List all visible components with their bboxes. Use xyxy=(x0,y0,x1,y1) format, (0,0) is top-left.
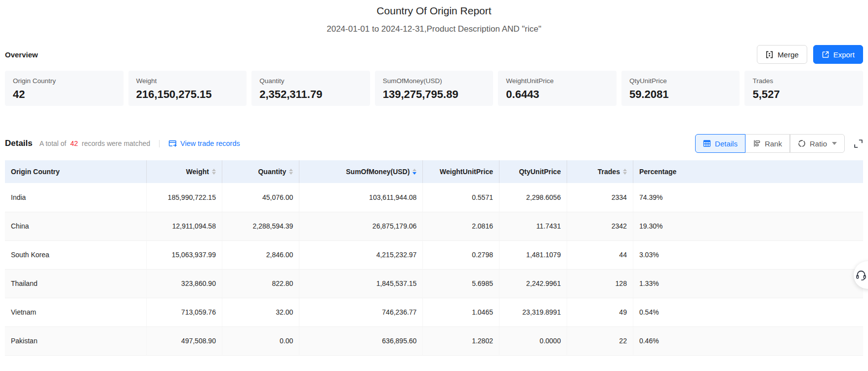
stat-card-value: 42 xyxy=(13,88,116,101)
table-body: India185,990,722.1545,076.00103,611,944.… xyxy=(5,183,863,355)
table-cell: 44 xyxy=(567,240,633,269)
table-cell: 0.2798 xyxy=(423,240,499,269)
table-cell: 0.00 xyxy=(222,326,299,355)
tab-rank[interactable]: Rank xyxy=(745,134,790,153)
sort-icon[interactable] xyxy=(212,169,216,175)
table-cell: 15,063,937.99 xyxy=(147,240,222,269)
stat-card-label: QtyUnitPrice xyxy=(629,77,732,85)
table-cell: 1.2802 xyxy=(423,326,499,355)
table-cell: 128 xyxy=(567,269,633,298)
table-cell: 2,288,594.39 xyxy=(222,212,299,240)
view-trade-records-label: View trade records xyxy=(180,139,240,147)
view-trade-records-link[interactable]: View trade records xyxy=(168,139,240,147)
table-cell: 2,242.9961 xyxy=(499,269,567,298)
trade-records-icon xyxy=(168,140,177,147)
fullscreen-button[interactable] xyxy=(854,139,863,148)
merge-button[interactable]: Merge xyxy=(757,45,807,64)
table-cell: 497,508.90 xyxy=(147,326,222,355)
match-prefix: A total of xyxy=(40,139,66,147)
table-cell: India xyxy=(5,183,147,212)
divider xyxy=(159,140,160,147)
tab-details-label: Details xyxy=(715,139,738,148)
table-cell: 1.0465 xyxy=(423,298,499,326)
match-summary: A total of 42 records were matched xyxy=(40,139,150,147)
tab-rank-label: Rank xyxy=(765,139,782,148)
overview-heading: Overview xyxy=(5,50,38,59)
table-cell: 32.00 xyxy=(222,298,299,326)
table-cell: 19.30% xyxy=(633,212,863,240)
table-cell: 1,845,537.15 xyxy=(299,269,423,298)
tab-ratio-label: Ratio xyxy=(810,139,827,148)
table-cell: South Korea xyxy=(5,240,147,269)
sort-icon-active-desc[interactable] xyxy=(413,169,416,175)
stat-card-weight-unit-price: WeightUnitPrice 0.6443 xyxy=(498,71,617,106)
stat-card-value: 139,275,795.89 xyxy=(383,88,486,101)
table-cell: Pakistan xyxy=(5,326,147,355)
table-cell: 26,875,179.06 xyxy=(299,212,423,240)
match-count: 42 xyxy=(70,139,78,147)
stat-card-origin-country: Origin Country 42 xyxy=(5,71,124,106)
stat-card-label: Weight xyxy=(136,77,239,85)
col-header-qty-unit-price: QtyUnitPrice xyxy=(499,160,567,183)
stat-card-label: Quantity xyxy=(259,77,362,85)
col-header-quantity[interactable]: Quantity xyxy=(222,160,299,183)
stat-card-value: 0.6443 xyxy=(506,88,609,101)
details-meta: Details A total of 42 records were match… xyxy=(5,139,240,148)
sort-icon[interactable] xyxy=(623,169,627,175)
col-header-weight-unit-price: WeightUnitPrice xyxy=(423,160,499,183)
stat-card-weight: Weight 216,150,275.15 xyxy=(128,71,247,106)
table-cell: 2,846.00 xyxy=(222,240,299,269)
table-row: Thailand323,860.90822.801,845,537.155.69… xyxy=(5,269,863,298)
table-cell: 5.6985 xyxy=(423,269,499,298)
table-cell: 746,236.77 xyxy=(299,298,423,326)
table-cell: 185,990,722.15 xyxy=(147,183,222,212)
table-row: Vietnam713,059.7632.00746,236.771.046523… xyxy=(5,298,863,326)
table-cell: 12,911,094.58 xyxy=(147,212,222,240)
col-header-weight[interactable]: Weight xyxy=(147,160,222,183)
table-cell: 49 xyxy=(567,298,633,326)
col-header-trades[interactable]: Trades xyxy=(567,160,633,183)
stat-card-sum-of-money: SumOfMoney(USD) 139,275,795.89 xyxy=(375,71,494,106)
table-cell: Vietnam xyxy=(5,298,147,326)
table-cell: 11.7431 xyxy=(499,212,567,240)
stat-card-label: Trades xyxy=(752,77,855,85)
details-table: Origin Country Weight Quantity SumOfMone… xyxy=(5,160,863,356)
stat-card-value: 216,150,275.15 xyxy=(136,88,239,101)
caret-down-icon xyxy=(832,142,837,145)
table-cell: 23,319.8991 xyxy=(499,298,567,326)
sort-icon[interactable] xyxy=(289,169,293,175)
table-icon xyxy=(703,139,711,147)
report-header: Country Of Origin Report 2024-01-01 to 2… xyxy=(5,0,863,34)
headset-icon xyxy=(855,269,867,281)
merge-icon xyxy=(765,50,774,59)
table-cell: 103,611,944.08 xyxy=(299,183,423,212)
report-filter-subtitle: 2024-01-01 to 2024-12-31,Product Descrip… xyxy=(5,24,863,34)
export-button[interactable]: Export xyxy=(813,45,863,64)
table-row: Pakistan497,508.900.00636,895.601.28020.… xyxy=(5,326,863,355)
table-cell: 2334 xyxy=(567,183,633,212)
page-title: Country Of Origin Report xyxy=(5,5,863,17)
table-row: China12,911,094.582,288,594.3926,875,179… xyxy=(5,212,863,240)
tab-details[interactable]: Details xyxy=(695,134,745,153)
table-row: South Korea15,063,937.992,846.004,215,23… xyxy=(5,240,863,269)
table-cell: 45,076.00 xyxy=(222,183,299,212)
col-header-sum-of-money[interactable]: SumOfMoney(USD) xyxy=(299,160,423,183)
stat-card-value: 5,527 xyxy=(752,88,855,101)
table-cell: 2,298.6056 xyxy=(499,183,567,212)
table-cell: 1,481.1079 xyxy=(499,240,567,269)
col-header-percentage: Percentage xyxy=(633,160,863,183)
stat-card-quantity: Quantity 2,352,311.79 xyxy=(251,71,370,106)
tab-ratio[interactable]: Ratio xyxy=(790,134,845,153)
table-cell: 4,215,232.97 xyxy=(299,240,423,269)
col-header-origin-country: Origin Country xyxy=(5,160,147,183)
table-cell: 636,895.60 xyxy=(299,326,423,355)
match-suffix: records were matched xyxy=(82,139,151,147)
pie-ratio-icon xyxy=(798,139,806,147)
stat-card-label: Origin Country xyxy=(13,77,116,85)
rank-icon xyxy=(753,139,761,147)
overview-cards: Origin Country 42 Weight 216,150,275.15 … xyxy=(5,71,863,106)
view-tabs: Details Rank xyxy=(695,134,845,153)
details-heading: Details xyxy=(5,139,33,148)
toolbar: Merge Export xyxy=(757,45,863,64)
overview-bar: Overview Merge xyxy=(5,45,863,64)
